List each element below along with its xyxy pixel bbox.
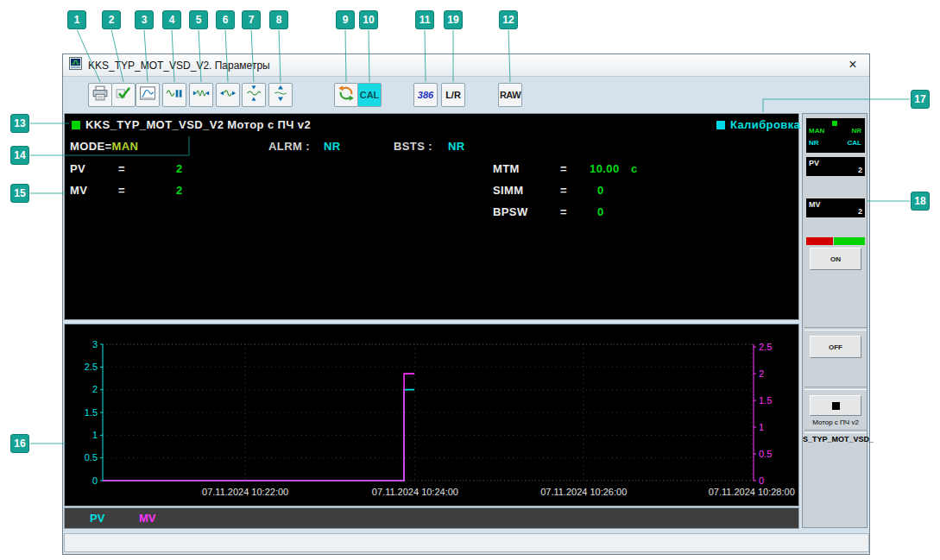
faceplate-pv-value: 2 xyxy=(858,166,862,174)
faceplate-alrm: NR xyxy=(851,127,861,135)
print-button[interactable] xyxy=(88,83,112,107)
legend-mv: MV xyxy=(139,512,156,525)
status-bar xyxy=(64,533,869,552)
callout-badge-15: 15 xyxy=(10,184,29,203)
faceplate-mode: MAN xyxy=(809,127,824,135)
mtm-value: 10.00 xyxy=(590,162,620,175)
bpsw-label: BPSW xyxy=(493,205,528,218)
callout-badge-11: 11 xyxy=(415,10,434,29)
mv-value: 2 xyxy=(176,184,183,197)
simm-label: SIMM xyxy=(493,184,524,197)
chart-image-icon xyxy=(139,85,156,105)
svg-text:1.5: 1.5 xyxy=(759,395,772,406)
callout-badge-2: 2 xyxy=(102,10,121,29)
svg-text:07.11.2024 10:22:00: 07.11.2024 10:22:00 xyxy=(202,487,288,497)
faceplate-pv-label: PV xyxy=(809,159,819,167)
faceplate-status-box: MAN NR NR CAL xyxy=(806,118,865,153)
svg-text:0: 0 xyxy=(92,475,98,486)
svg-text:2: 2 xyxy=(759,368,764,379)
close-button[interactable]: × xyxy=(843,56,862,73)
app-icon xyxy=(69,57,82,73)
callout-badge-1: 1 xyxy=(67,10,86,29)
faceplate-divider-3 xyxy=(804,430,867,433)
printer-icon xyxy=(91,85,109,105)
raw-button[interactable]: RAW xyxy=(498,83,522,107)
callout-badge-4: 4 xyxy=(162,10,181,29)
svg-text:3: 3 xyxy=(92,339,98,349)
stop-button[interactable] xyxy=(810,395,861,416)
callout-badge-8: 8 xyxy=(269,10,288,29)
callout-badge-6: 6 xyxy=(216,10,235,29)
refresh-colors-icon xyxy=(338,85,355,105)
calibration-indicator-square xyxy=(716,121,725,129)
parameters-panel: KKS_TYP_MOT_VSD_V2 Мотор с ПЧ v2 Калибро… xyxy=(64,113,799,320)
svg-text:1: 1 xyxy=(92,430,98,440)
faceplate-divider-2 xyxy=(804,387,867,390)
svg-text:0.5: 0.5 xyxy=(759,449,772,459)
faceplate-divider-1 xyxy=(804,327,867,330)
callout-badge-5: 5 xyxy=(189,10,208,29)
386-button[interactable]: 386 xyxy=(413,83,438,107)
bpsw-equals: = xyxy=(560,205,567,218)
tag-title: KKS_TYP_MOT_VSD_V2 Мотор с ПЧ v2 xyxy=(85,118,311,131)
simm-equals: = xyxy=(560,184,567,197)
faceplate-run-dot xyxy=(832,121,837,126)
callout-badge-7: 7 xyxy=(242,10,261,29)
mtm-label: MTM xyxy=(493,162,520,175)
bpsw-value: 0 xyxy=(597,205,604,218)
callout-badge-14: 14 xyxy=(10,146,29,165)
faceplate-bsts: NR xyxy=(809,139,819,147)
svg-text:2.5: 2.5 xyxy=(759,342,772,352)
callout-badge-19: 19 xyxy=(444,10,463,29)
wave-compress-vertical-icon xyxy=(245,85,262,105)
faceplate-mv-box: MV 2 xyxy=(806,198,865,217)
calibration-label: Калибровка xyxy=(730,118,800,131)
callout-badge-18: 18 xyxy=(911,192,930,211)
svg-text:1.5: 1.5 xyxy=(85,407,98,418)
mv-equals: = xyxy=(118,184,125,197)
run-bar-green xyxy=(834,237,865,245)
svg-text:2.5: 2.5 xyxy=(85,362,98,372)
on-button[interactable]: ON xyxy=(810,248,861,270)
pause-wave-icon xyxy=(166,85,183,105)
wave-expand-horizontal-icon xyxy=(219,85,237,105)
expand-time-button[interactable] xyxy=(216,83,240,107)
pv-value: 2 xyxy=(176,162,183,175)
callout-badge-12: 12 xyxy=(499,10,518,29)
window-titlebar[interactable]: KKS_TYP_MOT_VSD_V2. Параметры × xyxy=(63,54,869,77)
faceplate-panel: MAN NR NR CAL PV 2 MV 2 ON OFF Мотор с П… xyxy=(802,113,867,528)
off-button[interactable]: OFF xyxy=(810,336,861,358)
compress-scale-button[interactable] xyxy=(242,83,266,107)
mtm-unit: c xyxy=(631,162,638,175)
faceplate-pv-box: PV 2 xyxy=(806,157,865,176)
pause-trend-button[interactable] xyxy=(162,83,186,107)
alrm-label: ALRM : xyxy=(268,140,310,153)
pv-label: PV xyxy=(70,162,85,175)
svg-text:1: 1 xyxy=(759,422,764,432)
bsts-label: BSTS : xyxy=(394,140,432,153)
callout-badge-9: 9 xyxy=(336,10,355,29)
compress-time-button[interactable] xyxy=(189,83,213,107)
mv-label: MV xyxy=(70,184,87,197)
trend-legend: PV MV xyxy=(64,507,799,529)
trend-chart[interactable]: 00.511.522.5300.511.522.507.11.2024 10:2… xyxy=(64,324,799,507)
svg-text:2: 2 xyxy=(92,384,98,394)
mode-row: MODE=MAN xyxy=(70,140,138,153)
confirm-button[interactable] xyxy=(111,83,136,107)
local-remote-button[interactable]: L/R xyxy=(441,83,465,107)
calibration-button[interactable]: CAL xyxy=(357,83,382,107)
expand-scale-button[interactable] xyxy=(268,83,293,107)
mode-value: MAN xyxy=(112,140,139,153)
window-title: KKS_TYP_MOT_VSD_V2. Параметры xyxy=(88,60,270,72)
checkmark-icon xyxy=(115,85,132,105)
callout-badge-3: 3 xyxy=(135,10,154,29)
wave-expand-vertical-icon xyxy=(272,85,289,105)
alrm-value: NR xyxy=(324,140,341,153)
screenshot-canvas: KKS_TYP_MOT_VSD_V2. Параметры × xyxy=(0,0,940,560)
svg-text:07.11.2024 10:24:00: 07.11.2024 10:24:00 xyxy=(372,487,458,497)
svg-text:07.11.2024 10:28:00: 07.11.2024 10:28:00 xyxy=(709,487,795,497)
pv-equals: = xyxy=(118,162,125,175)
color-settings-button[interactable] xyxy=(334,83,358,107)
trend-snapshot-button[interactable] xyxy=(136,83,160,107)
simm-value: 0 xyxy=(597,184,604,197)
